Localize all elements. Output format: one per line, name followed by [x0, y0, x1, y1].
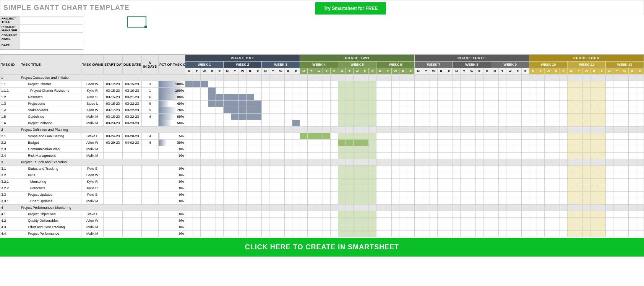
- gantt-cell[interactable]: [514, 185, 522, 192]
- gantt-cell[interactable]: [629, 179, 636, 185]
- gantt-cell[interactable]: [262, 107, 269, 114]
- gantt-cell[interactable]: [399, 198, 407, 205]
- phase-header[interactable]: PHASE TWO: [300, 55, 415, 62]
- gantt-cell[interactable]: [193, 153, 201, 159]
- day-header[interactable]: R: [590, 68, 598, 75]
- gantt-cell[interactable]: [361, 101, 369, 107]
- due-date-cell[interactable]: [123, 166, 142, 172]
- create-in-smartsheet-button[interactable]: CLICK HERE TO CREATE IN SMARTSHEET: [0, 238, 644, 257]
- gantt-cell[interactable]: [438, 153, 445, 159]
- gantt-cell[interactable]: [185, 172, 193, 179]
- gantt-cell[interactable]: [346, 101, 354, 107]
- gantt-cell[interactable]: [338, 88, 346, 94]
- gantt-cell[interactable]: [560, 231, 568, 237]
- gantt-cell[interactable]: [598, 179, 606, 185]
- gantt-cell[interactable]: [239, 81, 247, 88]
- gantt-cell[interactable]: [606, 81, 613, 88]
- gantt-cell[interactable]: [376, 224, 384, 231]
- gantt-cell[interactable]: [598, 192, 606, 198]
- gantt-cell[interactable]: [461, 94, 468, 101]
- gantt-cell[interactable]: [300, 192, 308, 198]
- gantt-cell[interactable]: [346, 218, 354, 224]
- gantt-cell[interactable]: [292, 211, 300, 218]
- gantt-cell[interactable]: [384, 224, 392, 231]
- gantt-cell[interactable]: [323, 224, 331, 231]
- meta-input[interactable]: [20, 41, 83, 49]
- gantt-cell[interactable]: [407, 81, 415, 88]
- gantt-cell[interactable]: [323, 120, 331, 127]
- gantt-cell[interactable]: [613, 185, 621, 192]
- task-title-cell[interactable]: KPIs: [20, 172, 81, 179]
- gantt-cell[interactable]: [468, 107, 476, 114]
- gantt-cell[interactable]: [468, 94, 476, 101]
- gantt-cell[interactable]: [415, 101, 422, 107]
- gantt-cell[interactable]: [453, 146, 461, 153]
- day-header[interactable]: T: [193, 68, 201, 75]
- gantt-cell[interactable]: [590, 114, 598, 120]
- task-title-cell[interactable]: Research: [20, 94, 81, 101]
- gantt-cell[interactable]: [277, 172, 285, 179]
- gantt-cell[interactable]: [239, 198, 247, 205]
- gantt-cell[interactable]: [483, 81, 491, 88]
- day-header[interactable]: W: [354, 68, 361, 75]
- gantt-cell[interactable]: [568, 114, 575, 120]
- gantt-cell[interactable]: [483, 88, 491, 94]
- gantt-cell[interactable]: [308, 146, 315, 153]
- gantt-cell[interactable]: [407, 140, 415, 146]
- gantt-cell[interactable]: [254, 198, 262, 205]
- gantt-cell[interactable]: [354, 224, 361, 231]
- gantt-cell[interactable]: [262, 88, 269, 94]
- gantt-cell[interactable]: [185, 120, 193, 127]
- gantt-cell[interactable]: [621, 140, 629, 146]
- gantt-cell[interactable]: [331, 88, 338, 94]
- gantt-cell[interactable]: [445, 140, 453, 146]
- gantt-cell[interactable]: [422, 114, 430, 120]
- gantt-cell[interactable]: [392, 146, 399, 153]
- gantt-cell[interactable]: [468, 185, 476, 192]
- gantt-cell[interactable]: [247, 179, 254, 185]
- gantt-cell[interactable]: [331, 101, 338, 107]
- gantt-cell[interactable]: [461, 81, 468, 88]
- gantt-cell[interactable]: [308, 133, 315, 140]
- gantt-cell[interactable]: [331, 81, 338, 88]
- gantt-cell[interactable]: [415, 94, 422, 101]
- gantt-cell[interactable]: [621, 120, 629, 127]
- gantt-cell[interactable]: [422, 88, 430, 94]
- gantt-cell[interactable]: [376, 133, 384, 140]
- gantt-cell[interactable]: [384, 211, 392, 218]
- gantt-cell[interactable]: [224, 133, 231, 140]
- gantt-cell[interactable]: [269, 224, 277, 231]
- gantt-cell[interactable]: [231, 172, 239, 179]
- gantt-cell[interactable]: [575, 179, 583, 185]
- gantt-cell[interactable]: [583, 198, 590, 205]
- gantt-cell[interactable]: [407, 179, 415, 185]
- gantt-cell[interactable]: [476, 101, 483, 107]
- gantt-cell[interactable]: [201, 198, 208, 205]
- gantt-cell[interactable]: [453, 120, 461, 127]
- gantt-cell[interactable]: [461, 218, 468, 224]
- gantt-cell[interactable]: [529, 114, 537, 120]
- col-due-date[interactable]: DUE DATE: [123, 55, 142, 75]
- gantt-cell[interactable]: [529, 101, 537, 107]
- gantt-cell[interactable]: [629, 133, 636, 140]
- gantt-cell[interactable]: [636, 224, 644, 231]
- day-header[interactable]: F: [445, 68, 453, 75]
- due-date-cell[interactable]: [123, 153, 142, 159]
- gantt-cell[interactable]: [354, 211, 361, 218]
- gantt-cell[interactable]: [361, 198, 369, 205]
- day-header[interactable]: T: [269, 68, 277, 75]
- gantt-cell[interactable]: [292, 192, 300, 198]
- gantt-cell[interactable]: [323, 140, 331, 146]
- gantt-cell[interactable]: [224, 120, 231, 127]
- gantt-cell[interactable]: [583, 146, 590, 153]
- gantt-cell[interactable]: [369, 140, 376, 146]
- gantt-cell[interactable]: [468, 172, 476, 179]
- gantt-cell[interactable]: [445, 231, 453, 237]
- gantt-cell[interactable]: [598, 133, 606, 140]
- gantt-cell[interactable]: [208, 146, 216, 153]
- gantt-cell[interactable]: [193, 107, 201, 114]
- gantt-cell[interactable]: [476, 114, 483, 120]
- gantt-cell[interactable]: [621, 231, 629, 237]
- gantt-cell[interactable]: [224, 101, 231, 107]
- gantt-cell[interactable]: [361, 146, 369, 153]
